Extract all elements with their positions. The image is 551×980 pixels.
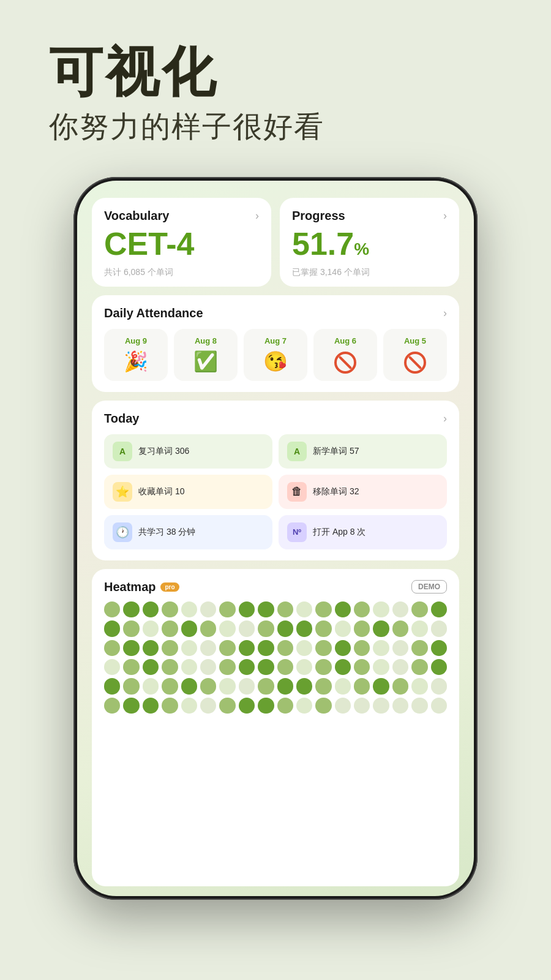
heat-dot — [162, 678, 178, 694]
heat-dot — [143, 659, 159, 675]
day-aug9-emoji: 🎉 — [124, 352, 148, 371]
hero-title: 可视化 — [49, 43, 514, 102]
heat-dot — [296, 620, 312, 636]
phone-screen: Vocabulary › CET-4 共计 6,085 个单词 Progress… — [77, 181, 474, 896]
heat-dot — [123, 620, 139, 636]
heat-dot — [296, 601, 312, 617]
attendance-card: Daily Attendance › Aug 9 🎉 Aug 8 ✅ Aug 7… — [92, 295, 459, 392]
pro-badge: pro — [160, 582, 179, 592]
heat-dot — [162, 698, 178, 714]
heat-dot — [162, 620, 178, 636]
heat-dot — [239, 659, 255, 675]
day-aug5-label: Aug 5 — [404, 336, 426, 345]
heat-dot — [431, 640, 447, 656]
heat-dot — [411, 698, 427, 714]
heat-dot — [123, 698, 139, 714]
today-chevron-icon[interactable]: › — [443, 412, 447, 425]
heat-dot — [335, 620, 351, 636]
heat-dot — [258, 659, 274, 675]
new-text: 新学单词 57 — [313, 446, 359, 457]
heat-dot — [392, 601, 408, 617]
heat-dot — [411, 601, 427, 617]
heat-dot — [354, 620, 370, 636]
heat-dot — [200, 620, 216, 636]
heat-dot — [296, 678, 312, 694]
day-aug9[interactable]: Aug 9 🎉 — [104, 329, 168, 381]
phone-wrapper: Vocabulary › CET-4 共计 6,085 个单词 Progress… — [73, 177, 478, 900]
time-text: 共学习 38 分钟 — [138, 527, 195, 538]
heat-dot — [123, 601, 139, 617]
attendance-chevron-icon[interactable]: › — [443, 307, 447, 320]
review-text: 复习单词 306 — [138, 446, 189, 457]
heat-dot — [258, 678, 274, 694]
open-text: 打开 App 8 次 — [313, 527, 365, 538]
heat-dot — [335, 601, 351, 617]
heat-dot — [123, 659, 139, 675]
today-card: Today › A 复习单词 306 A 新学单词 57 ⭐ 收藏单词 10 — [92, 401, 459, 560]
heat-dot — [162, 640, 178, 656]
heat-dot — [219, 601, 235, 617]
today-item-review[interactable]: A 复习单词 306 — [104, 434, 272, 469]
heat-dot — [123, 678, 139, 694]
heat-dot — [392, 678, 408, 694]
heat-dot — [296, 659, 312, 675]
vocabulary-sub: 共计 6,085 个单词 — [104, 267, 259, 278]
review-icon: A — [113, 442, 132, 461]
heat-dot — [373, 620, 389, 636]
heat-dot — [277, 640, 293, 656]
heatmap-title-row: Heatmap pro — [104, 580, 179, 594]
today-item-collect[interactable]: ⭐ 收藏单词 10 — [104, 475, 272, 509]
progress-chevron-icon[interactable]: › — [443, 209, 447, 222]
day-aug8[interactable]: Aug 8 ✅ — [174, 329, 238, 381]
attendance-title: Daily Attendance — [104, 306, 203, 320]
heat-dot — [162, 659, 178, 675]
heat-dot — [335, 659, 351, 675]
heat-dot — [258, 640, 274, 656]
heat-dot — [219, 659, 235, 675]
attendance-days: Aug 9 🎉 Aug 8 ✅ Aug 7 😘 Aug 6 — [104, 329, 447, 381]
heat-dot — [200, 659, 216, 675]
heat-dot — [411, 620, 427, 636]
vocabulary-card[interactable]: Vocabulary › CET-4 共计 6,085 个单词 — [92, 198, 271, 287]
day-aug5[interactable]: Aug 5 — [383, 329, 447, 381]
time-icon: 🕐 — [113, 522, 132, 542]
heat-dot — [143, 698, 159, 714]
day-aug7[interactable]: Aug 7 😘 — [244, 329, 307, 381]
heat-dot — [104, 640, 120, 656]
heat-dot — [200, 698, 216, 714]
heat-dot — [181, 640, 197, 656]
heat-dot — [431, 678, 447, 694]
progress-card-header: Progress › — [292, 209, 447, 223]
heatmap-title: Heatmap — [104, 580, 156, 594]
progress-card[interactable]: Progress › 51.7% 已掌握 3,146 个单词 — [280, 198, 459, 287]
heat-dot — [239, 640, 255, 656]
heat-dot — [411, 640, 427, 656]
vocabulary-chevron-icon[interactable]: › — [255, 209, 259, 222]
heat-dot — [258, 620, 274, 636]
heat-dot — [411, 659, 427, 675]
day-aug6-no-icon — [334, 352, 356, 374]
heatmap-header: Heatmap pro DEMO — [104, 580, 447, 594]
today-item-time[interactable]: 🕐 共学习 38 分钟 — [104, 515, 272, 549]
heat-dot — [219, 698, 235, 714]
heat-dot — [354, 698, 370, 714]
day-aug6[interactable]: Aug 6 — [313, 329, 377, 381]
today-item-new[interactable]: A 新学单词 57 — [279, 434, 447, 469]
heat-dot — [277, 620, 293, 636]
heat-dot — [392, 640, 408, 656]
heat-dot — [354, 659, 370, 675]
today-item-open[interactable]: Nº 打开 App 8 次 — [279, 515, 447, 549]
heat-dot — [411, 678, 427, 694]
heat-dot — [373, 601, 389, 617]
heat-dot — [335, 640, 351, 656]
heat-dot — [143, 601, 159, 617]
heat-dot — [104, 620, 120, 636]
demo-badge[interactable]: DEMO — [411, 580, 447, 594]
heat-dot — [181, 678, 197, 694]
collect-icon: ⭐ — [113, 482, 132, 502]
heat-dot — [200, 678, 216, 694]
today-item-remove[interactable]: 🗑 移除单词 32 — [279, 475, 447, 509]
heat-dot — [219, 620, 235, 636]
heat-dot — [335, 698, 351, 714]
heat-dot — [315, 601, 331, 617]
